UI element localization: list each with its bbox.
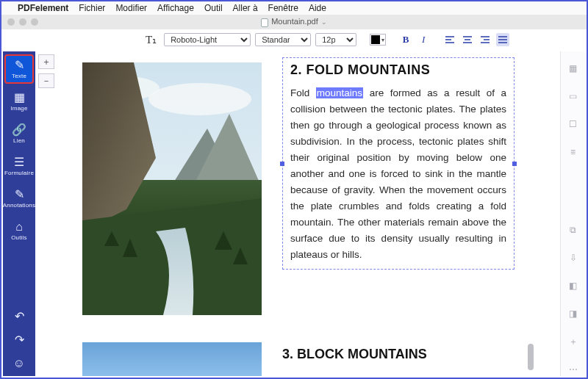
sidebar-item-lien[interactable]: 🔗 Lien <box>4 119 34 148</box>
window-titlebar: Mountain.pdf⌄ <box>1 15 587 29</box>
menu-aide[interactable]: Aide <box>309 3 326 13</box>
align-justify-button[interactable] <box>496 33 509 46</box>
section-2-heading[interactable]: 2. FOLD MOUNTAINS <box>290 62 506 78</box>
window-controls[interactable] <box>7 18 38 26</box>
sidebar-item-label: Formulaire <box>4 170 34 176</box>
align-left-button[interactable] <box>443 33 456 46</box>
menu-modifier[interactable]: Modifier <box>115 3 147 13</box>
add-panel-icon[interactable]: ＋ <box>567 335 580 348</box>
main-area: ✎ Texte ▦ Image 🔗 Lien ☰ Formulaire ✎ An… <box>3 51 585 376</box>
zoom-in-button[interactable]: ＋ <box>38 54 54 69</box>
sidebar-item-formulaire[interactable]: ☰ Formulaire <box>4 151 34 181</box>
sidebar-item-annotations[interactable]: ✎ Annotations <box>4 184 34 213</box>
sidebar-item-outils[interactable]: ⌂ Outils <box>4 216 34 245</box>
format-toolbar: T₁ Roboto-Light Standard 12pt ▾ B I <box>1 29 587 50</box>
sidebar-item-label: Outils <box>11 234 27 241</box>
font-family-select[interactable]: Roboto-Light <box>164 33 251 46</box>
outline-panel-icon[interactable]: ≡ <box>567 145 580 159</box>
minimize-window-icon[interactable] <box>19 18 26 26</box>
link-icon: 🔗 <box>12 124 26 136</box>
panel-action-4-icon[interactable]: ◨ <box>567 307 580 320</box>
menu-fenetre[interactable]: Fenêtre <box>268 3 298 13</box>
panel-action-2-icon[interactable]: ⇩ <box>567 251 580 264</box>
thumbnails-panel-icon[interactable]: ▦ <box>567 62 580 75</box>
section-2-paragraph[interactable]: Fold mountains are formed as a result of… <box>290 85 506 263</box>
secondary-photo <box>82 342 262 376</box>
sidebar-item-label: Texte <box>12 73 26 79</box>
document-viewport[interactable]: ＋ － <box>35 51 560 376</box>
resize-handle-right[interactable] <box>512 162 517 166</box>
font-size-select[interactable]: 12pt <box>315 33 356 46</box>
svg-point-13 <box>148 83 251 115</box>
align-right-button[interactable] <box>478 33 492 46</box>
image-icon: ▦ <box>14 92 25 104</box>
zoom-out-button[interactable]: － <box>38 73 54 88</box>
redo-icon: ↷ <box>15 334 24 346</box>
page-panel-icon[interactable]: ▭ <box>567 90 580 103</box>
annotation-icon: ✎ <box>15 189 24 201</box>
page-content: 2. FOLD MOUNTAINS Fold mountains are for… <box>82 57 553 372</box>
align-center-button[interactable] <box>461 33 474 46</box>
resize-handle-left[interactable] <box>280 162 284 166</box>
mountain-photo <box>82 62 262 315</box>
zoom-controls: ＋ － <box>38 54 54 88</box>
doc-icon <box>261 18 268 27</box>
menu-fichier[interactable]: Fichier <box>79 3 105 13</box>
chevron-down-icon[interactable]: ⌄ <box>321 18 327 26</box>
sidebar-item-image[interactable]: ▦ Image <box>4 87 34 116</box>
selected-text[interactable]: mountains <box>316 87 363 98</box>
panel-action-1-icon[interactable]: ⧉ <box>567 223 580 237</box>
menu-outil[interactable]: Outil <box>204 3 223 13</box>
sidebar-item-texte[interactable]: ✎ Texte <box>4 54 34 84</box>
more-panel-icon[interactable]: ⋯ <box>567 363 580 376</box>
menu-affichage[interactable]: Affichage <box>157 3 194 13</box>
app-name[interactable]: PDFelement <box>18 3 68 13</box>
bookmark-panel-icon[interactable]: ☐ <box>567 118 580 131</box>
panel-action-3-icon[interactable]: ◧ <box>567 279 580 292</box>
document-title[interactable]: Mountain.pdf⌄ <box>261 17 327 26</box>
bold-button[interactable]: B <box>399 33 412 46</box>
sidebar-item-label: Annotations <box>3 202 35 209</box>
vertical-scrollbar-thumb[interactable] <box>528 344 534 370</box>
right-sidebar: ▦ ▭ ☐ ≡ ⧉ ⇩ ◧ ◨ ＋ ⋯ <box>560 51 585 376</box>
close-window-icon[interactable] <box>7 18 15 26</box>
italic-button[interactable]: I <box>417 33 430 46</box>
sidebar-item-label: Image <box>10 105 27 112</box>
undo-icon: ↶ <box>15 311 24 322</box>
sidebar-item-label: Lien <box>13 137 25 144</box>
form-icon: ☰ <box>14 156 24 168</box>
zoom-window-icon[interactable] <box>31 18 38 26</box>
left-sidebar: ✎ Texte ▦ Image 🔗 Lien ☰ Formulaire ✎ An… <box>3 51 35 376</box>
text-color-picker[interactable]: ▾ <box>370 34 386 46</box>
user-icon: ☺ <box>13 358 25 369</box>
account-button[interactable]: ☺ <box>4 353 34 375</box>
redo-button[interactable]: ↷ <box>4 329 34 351</box>
font-weight-select[interactable]: Standard <box>255 33 311 46</box>
tools-icon: ⌂ <box>15 221 23 233</box>
section-3-heading[interactable]: 3. BLOCK MOUNTAINS <box>282 347 427 362</box>
text-edit-box[interactable]: 2. FOLD MOUNTAINS Fold mountains are for… <box>282 57 514 270</box>
pencil-icon: ✎ <box>15 59 24 71</box>
text-tool-icon: T₁ <box>146 33 157 46</box>
mac-menubar: PDFelement Fichier Modifier Affichage Ou… <box>1 1 587 15</box>
menu-aller-a[interactable]: Aller à <box>233 3 258 13</box>
undo-button[interactable]: ↶ <box>4 306 34 328</box>
